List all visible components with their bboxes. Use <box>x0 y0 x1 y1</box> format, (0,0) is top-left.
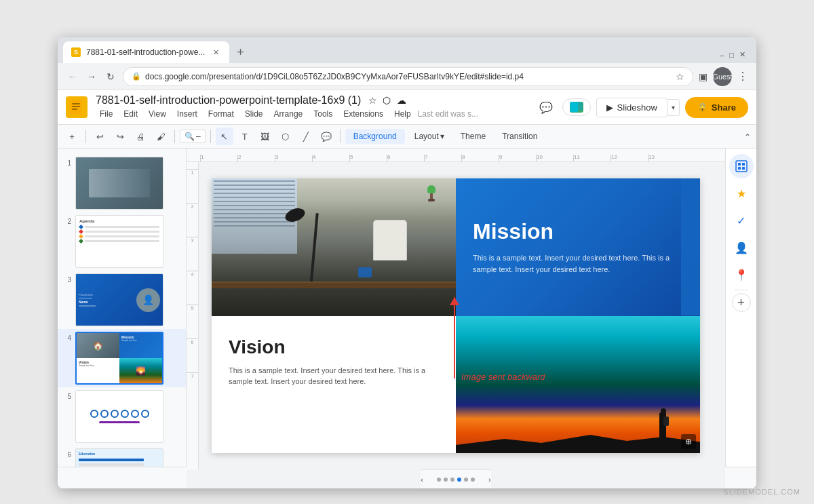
menu-help[interactable]: Help <box>390 108 415 120</box>
redo-button[interactable]: ↪ <box>111 128 129 145</box>
slide-thumb-1[interactable]: 1 <box>58 154 186 212</box>
layout-button[interactable]: Layout ▾ <box>408 129 451 144</box>
menu-tools[interactable]: Tools <box>309 108 336 120</box>
forward-button[interactable]: → <box>85 70 98 83</box>
blue-overlay-rect <box>681 178 700 315</box>
menu-arrange[interactable]: Arrange <box>270 108 307 120</box>
close-button[interactable]: ✕ <box>739 50 745 59</box>
slideshow-button[interactable]: ▶ Slideshow <box>596 98 667 117</box>
embed-icon[interactable]: ⊕ <box>681 434 696 449</box>
ruler-mark-6: 6 <box>387 155 424 161</box>
slide-dot-5[interactable] <box>464 478 468 482</box>
slide-dot-4[interactable] <box>457 478 461 482</box>
menu-extensions[interactable]: Extensions <box>339 108 387 120</box>
layout-label: Layout <box>414 132 439 141</box>
editor-area: 1 2 3 4 5 6 7 8 9 10 11 12 13 <box>187 149 725 488</box>
menu-insert[interactable]: Insert <box>173 108 201 120</box>
sidebar-explore-button[interactable] <box>729 154 754 178</box>
tab-close-button[interactable]: ✕ <box>210 47 221 58</box>
ruler: 1 2 3 4 5 6 7 8 9 10 11 12 13 <box>187 149 725 162</box>
svg-rect-1 <box>72 103 80 104</box>
slide-thumb-5[interactable]: 5 <box>58 387 186 446</box>
menu-format[interactable]: Format <box>204 108 238 120</box>
slide-sunset-photo[interactable] <box>456 316 700 454</box>
slide-nav-dots <box>437 478 475 482</box>
slide-dot-2[interactable] <box>444 478 448 482</box>
slide-preview-3: Placeholder Name 👤 <box>75 273 163 326</box>
undo-button[interactable]: ↩ <box>91 128 109 145</box>
slide-dot-6[interactable] <box>471 478 475 482</box>
line-tool[interactable]: ╱ <box>297 128 315 145</box>
zoom-control[interactable]: 🔍 – <box>180 130 206 143</box>
main-area: 1 2 Agenda <box>58 149 756 488</box>
slide-dot-3[interactable] <box>450 478 454 482</box>
slide5-circles <box>90 410 149 418</box>
text-tool[interactable]: T <box>236 128 254 145</box>
active-tab[interactable]: S 7881-01-self-introduction-powe... ✕ <box>63 41 229 63</box>
slide-canvas[interactable]: Mission This is a sample text. Insert yo… <box>212 178 700 453</box>
reload-button[interactable]: ↻ <box>104 70 117 83</box>
side-panel-icon[interactable]: ▣ <box>699 71 708 82</box>
tab-favicon: S <box>71 47 81 57</box>
slide-thumb-2[interactable]: 2 Agenda <box>58 212 186 271</box>
slide-office-photo[interactable] <box>212 178 456 316</box>
menu-slide[interactable]: Slide <box>241 108 267 120</box>
arrow-head-icon <box>450 297 459 305</box>
star-icon[interactable]: ☆ <box>368 95 377 106</box>
slide-mission-section[interactable]: Mission This is a sample text. Insert yo… <box>456 178 700 316</box>
menu-file[interactable]: File <box>96 108 117 120</box>
annotation-arrow-container <box>454 297 455 379</box>
slide-vision-section[interactable]: Vision This is a sample text. Insert you… <box>212 316 456 454</box>
menu-view[interactable]: View <box>144 108 170 120</box>
profile-button[interactable]: Guest <box>713 67 732 86</box>
comment-tool[interactable]: 💬 <box>317 128 335 145</box>
comment-button[interactable]: 💬 <box>535 96 557 118</box>
url-bar[interactable]: 🔒 docs.google.com/presentation/d/1D9CiL0… <box>123 67 693 86</box>
drive-icon[interactable]: ⬡ <box>383 95 391 106</box>
next-slide-button[interactable]: › <box>488 476 491 484</box>
sidebar-add-button[interactable]: + <box>732 293 751 312</box>
sidebar-star-button[interactable]: ★ <box>729 181 754 206</box>
vertical-ruler: 1 2 3 4 5 6 7 <box>187 162 199 469</box>
share-button[interactable]: 🔒 Share <box>685 97 748 118</box>
collapse-button[interactable]: ⌃ <box>744 130 751 142</box>
theme-button[interactable]: Theme <box>454 129 492 144</box>
back-button[interactable]: ← <box>66 70 79 83</box>
svg-rect-6 <box>738 163 741 166</box>
print-button[interactable]: 🖨 <box>132 128 149 145</box>
bookmark-icon[interactable]: ☆ <box>676 71 684 82</box>
chair <box>373 220 407 260</box>
tab-bar: S 7881-01-self-introduction-powe... ✕ + … <box>58 37 756 63</box>
mission-title: Mission <box>473 219 683 244</box>
slideshow-dropdown-button[interactable]: ▾ <box>667 99 680 116</box>
new-tab-button[interactable]: + <box>231 43 250 62</box>
meet-button[interactable] <box>562 98 591 116</box>
sidebar-maps-button[interactable]: 📍 <box>729 263 754 287</box>
browser-menu-button[interactable]: ⋮ <box>737 70 748 83</box>
slide-panel-bottom: ⊞ ⊟ ‹ <box>58 467 187 488</box>
shapes-tool[interactable]: ⬡ <box>277 128 294 145</box>
ruler-mark-7: 7 <box>424 155 461 161</box>
paint-format-button[interactable]: 🖌 <box>152 128 170 145</box>
add-button[interactable]: + <box>63 128 81 145</box>
ruler-mark-8: 8 <box>461 155 499 161</box>
image-tool[interactable]: 🖼 <box>256 128 274 145</box>
slide-dot-1[interactable] <box>437 478 441 482</box>
mission-text: This is a sample text. Insert your desir… <box>473 252 683 275</box>
transition-button[interactable]: Transition <box>495 129 544 144</box>
sidebar-profile-button[interactable]: 👤 <box>729 235 754 260</box>
zoom-icon: 🔍 <box>185 132 195 141</box>
background-button[interactable]: Background <box>345 129 405 144</box>
prev-slide-button[interactable]: ‹ <box>421 476 423 484</box>
watermark: SLIDEMODEL.COM <box>723 488 800 496</box>
zoom-value: – <box>196 132 201 141</box>
slide-thumb-4[interactable]: 4 🏠 Mission Sample text here Vision Samp… <box>58 329 186 387</box>
cloud-icon[interactable]: ☁ <box>397 95 406 106</box>
slide-thumb-3[interactable]: 3 Placeholder Name 👤 <box>58 271 186 329</box>
minimize-button[interactable]: – <box>720 51 724 59</box>
maximize-button[interactable]: □ <box>729 51 734 59</box>
cursor-tool[interactable]: ↖ <box>216 128 233 145</box>
sidebar-check-button[interactable]: ✓ <box>729 208 754 233</box>
share-label: Share <box>712 102 736 113</box>
menu-edit[interactable]: Edit <box>119 108 142 120</box>
